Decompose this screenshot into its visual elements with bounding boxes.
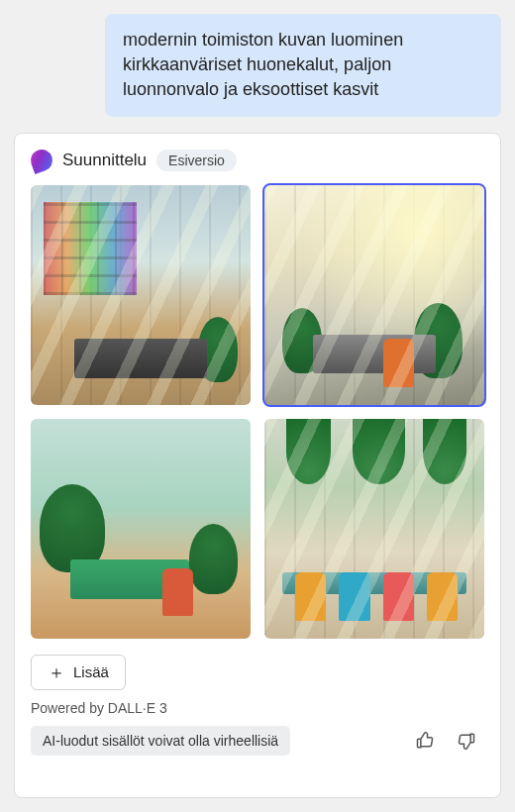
- thumbs-down-button[interactable]: [453, 727, 480, 755]
- generated-image-3[interactable]: [31, 419, 251, 639]
- user-message-text: modernin toimiston kuvan luominen kirkka…: [123, 30, 403, 99]
- generated-image-1[interactable]: [31, 185, 251, 405]
- designer-app-icon: [28, 146, 55, 173]
- plus-icon: ＋: [48, 663, 65, 681]
- preview-badge: Esiversio: [156, 150, 237, 171]
- card-header: Suunnittelu Esiversio: [31, 150, 484, 171]
- response-card: Suunnittelu Esiversio: [14, 133, 501, 798]
- app-name: Suunnittelu: [62, 151, 147, 170]
- chat-area: modernin toimiston kuvan luominen kirkka…: [0, 0, 515, 127]
- add-button[interactable]: ＋ Lisää: [31, 655, 126, 690]
- thumbs-up-button[interactable]: [411, 727, 439, 755]
- user-message-bubble: modernin toimiston kuvan luominen kirkka…: [105, 14, 501, 117]
- add-row: ＋ Lisää: [31, 655, 484, 690]
- powered-by-text: Powered by DALL·E 3: [31, 700, 484, 716]
- generated-image-4[interactable]: [264, 419, 484, 639]
- thumbs-up-icon: [415, 731, 435, 751]
- image-grid: [31, 185, 484, 639]
- thumbs-down-icon: [457, 731, 476, 751]
- feedback-buttons: [411, 727, 484, 755]
- ai-disclaimer: AI-luodut sisällöt voivat olla virheelli…: [31, 726, 290, 756]
- card-footer: AI-luodut sisällöt voivat olla virheelli…: [31, 726, 484, 756]
- generated-image-2[interactable]: [264, 185, 484, 405]
- add-button-label: Lisää: [73, 663, 109, 680]
